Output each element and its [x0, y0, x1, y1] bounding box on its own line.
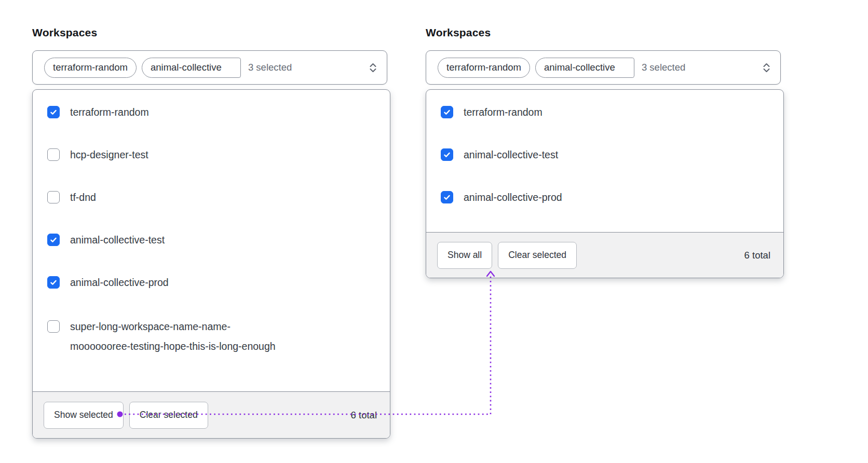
workspaces-label: Workspaces	[32, 26, 97, 39]
workspaces-label: Workspaces	[426, 26, 491, 39]
workspaces-select-trigger[interactable]: terraform-random animal-collective 3 sel…	[32, 50, 387, 85]
page: Workspaces terraform-random animal-colle…	[0, 0, 868, 463]
option-label: terraform-random	[464, 102, 542, 122]
checkbox[interactable]	[47, 276, 60, 289]
checkbox[interactable]	[441, 191, 453, 203]
dropdown-footer: Show selected Clear selected 6 total	[33, 391, 390, 438]
checkbox[interactable]	[47, 191, 60, 203]
checkbox[interactable]	[441, 106, 453, 118]
workspaces-select-trigger[interactable]: terraform-random animal-collective 3 sel…	[426, 50, 781, 85]
show-selected-button[interactable]: Show selected	[44, 402, 124, 429]
selected-pill-truncated: animal-collective	[535, 58, 634, 78]
option-row[interactable]: super-long-workspace-name-name- moooooor…	[47, 304, 377, 356]
option-row[interactable]: animal-collective-test	[47, 219, 377, 261]
selected-pill: terraform-random	[44, 58, 137, 78]
clear-selected-button[interactable]: Clear selected	[498, 242, 577, 269]
option-row[interactable]: hcp-designer-test	[47, 133, 377, 176]
workspaces-dropdown-panel: terraform-random animal-collective-test …	[426, 89, 784, 278]
option-row[interactable]: animal-collective-prod	[441, 176, 771, 219]
option-label: animal-collective-test	[464, 145, 558, 165]
option-label: tf-dnd	[70, 187, 96, 207]
clear-selected-button[interactable]: Clear selected	[129, 402, 208, 429]
option-label: animal-collective-test	[70, 230, 165, 250]
checkbox[interactable]	[47, 148, 60, 161]
option-row[interactable]: tf-dnd	[47, 176, 377, 219]
option-label: animal-collective-prod	[464, 187, 562, 207]
option-label: super-long-workspace-name-name- moooooor…	[70, 317, 276, 356]
chevron-up-down-icon	[761, 62, 772, 74]
selected-count-label: 3 selected	[248, 62, 292, 73]
option-row[interactable]: animal-collective-test	[441, 133, 771, 176]
option-label: hcp-designer-test	[70, 145, 148, 165]
show-all-button[interactable]: Show all	[437, 242, 492, 269]
options-list: terraform-random animal-collective-test …	[426, 90, 783, 219]
dropdown-footer: Show all Clear selected 6 total	[426, 232, 783, 278]
options-list: terraform-random hcp-designer-test tf-dn…	[33, 90, 390, 356]
checkbox[interactable]	[441, 148, 453, 161]
option-row[interactable]: terraform-random	[441, 91, 771, 133]
selected-count-label: 3 selected	[642, 62, 685, 73]
chevron-up-down-icon	[368, 62, 378, 74]
checkbox[interactable]	[47, 320, 60, 333]
option-row[interactable]: terraform-random	[47, 91, 377, 133]
option-row[interactable]: animal-collective-prod	[47, 261, 377, 304]
option-label: animal-collective-prod	[70, 273, 169, 292]
workspaces-dropdown-panel: terraform-random hcp-designer-test tf-dn…	[32, 89, 390, 439]
checkbox[interactable]	[47, 234, 60, 246]
option-label: terraform-random	[70, 102, 149, 122]
total-count-label: 6 total	[351, 410, 379, 421]
selected-pill-truncated: animal-collective	[142, 58, 241, 78]
total-count-label: 6 total	[744, 250, 772, 261]
checkbox[interactable]	[47, 106, 60, 118]
selected-pill: terraform-random	[438, 58, 530, 78]
